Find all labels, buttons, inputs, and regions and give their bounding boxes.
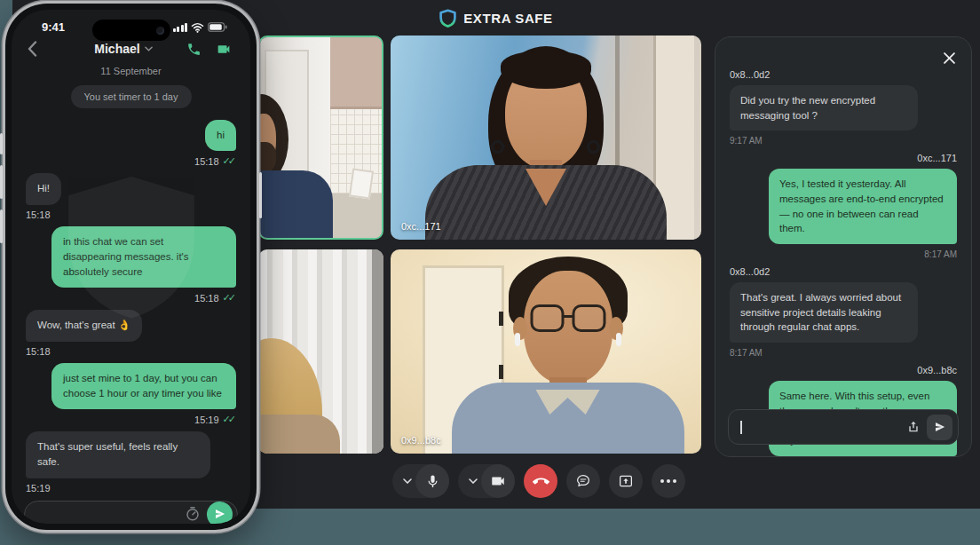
volume-up-button: [0, 165, 3, 199]
door-hinge: [499, 365, 503, 379]
chat-message: 0x8...0d2 Did you try the new encrypted …: [730, 69, 957, 146]
dynamic-island: [92, 20, 170, 41]
shield-logo-icon: [439, 9, 456, 28]
picture-frame: [349, 168, 374, 199]
sender-address: 0xc...171: [917, 153, 957, 163]
chat-message: hi 15:18✓✓: [26, 120, 236, 167]
phone-message-input[interactable]: [24, 501, 238, 525]
contact-title[interactable]: Michael: [60, 42, 186, 56]
status-time: 9:41: [42, 20, 65, 34]
door-hinge: [499, 312, 503, 326]
video-tile-participant-0xc171[interactable]: 0xc...171: [391, 36, 701, 240]
send-message-button[interactable]: [207, 502, 233, 525]
chat-message: 0x8...0d2 That's great. I always worried…: [730, 266, 957, 358]
read-receipt-icon: ✓✓: [223, 414, 236, 425]
phone-mockup: 9:41: [5, 4, 257, 530]
camera-device-chevron-icon[interactable]: [465, 478, 481, 484]
message-time: 15:19: [26, 483, 51, 494]
close-panel-button[interactable]: [940, 49, 958, 67]
volume-down-button: [0, 209, 3, 243]
earring-left: [491, 140, 504, 154]
curtain-edge: [372, 249, 383, 454]
disappearing-timer-icon[interactable]: [184, 505, 202, 523]
video-call-icon[interactable]: [215, 42, 233, 57]
earbud-left: [515, 333, 520, 346]
message-time: 15:19: [194, 415, 219, 425]
mic-control[interactable]: [392, 464, 449, 498]
chat-message: 0xc...171 Yes, I tested it yesterday. Al…: [730, 153, 957, 259]
more-dots-icon: [660, 479, 676, 483]
message-time: 8:17 AM: [924, 249, 957, 259]
message-bubble: Did you try the new encrypted messaging …: [730, 85, 918, 130]
glasses-bridge: [564, 315, 573, 318]
message-bubble: hi: [205, 120, 236, 151]
mute-switch: [0, 133, 3, 154]
panel-message-input[interactable]: [728, 409, 959, 445]
video-tile-active-speaker[interactable]: [258, 36, 383, 240]
call-controls-bar: [392, 464, 685, 498]
message-time: 8:17 AM: [730, 348, 957, 358]
participant-address-label: 0x9...b8c: [401, 435, 441, 446]
video-tile-participant-0x9b8c[interactable]: 0x9...b8c: [391, 249, 701, 454]
sender-address: 0x8...0d2: [730, 266, 957, 277]
participant-beard: [258, 142, 276, 172]
end-call-button[interactable]: [524, 464, 557, 498]
message-time: 9:17 AM: [730, 136, 957, 146]
back-chevron-icon[interactable]: [28, 41, 37, 57]
chat-message: That's super useful, feels really safe. …: [26, 431, 236, 494]
camera-icon[interactable]: [481, 464, 515, 498]
more-options-button[interactable]: [652, 464, 685, 498]
earbud-right: [616, 333, 621, 346]
camera-control[interactable]: [458, 464, 515, 498]
brand-name: EXTRA SAFE: [463, 11, 552, 26]
phone-status-bar: 9:41: [12, 10, 250, 34]
cellular-signal-icon: [173, 23, 188, 32]
mic-icon[interactable]: [415, 464, 449, 498]
earring-right: [587, 140, 600, 154]
message-bubble: That's super useful, feels really safe.: [26, 431, 210, 478]
message-bubble: That's great. I always worried about sen…: [730, 282, 918, 343]
sender-address: 0x8...0d2: [730, 69, 957, 80]
power-button: [259, 172, 262, 218]
timer-system-message: You set timer to 1 day: [71, 85, 192, 108]
message-bubble: just set mine to 1 day, but you can choo…: [51, 363, 236, 410]
shield-watermark-icon: [56, 162, 207, 330]
contact-chevron-down-icon: [145, 46, 153, 51]
mic-device-chevron-icon[interactable]: [399, 478, 415, 484]
contact-name: Michael: [94, 42, 139, 56]
sender-address: 0x9...b8c: [917, 365, 957, 375]
date-separator: 11 September: [12, 66, 250, 76]
battery-icon: [208, 22, 227, 32]
chat-toggle-button[interactable]: [566, 464, 600, 498]
text-caret: [740, 421, 742, 434]
chat-message: just set mine to 1 day, but you can choo…: [26, 363, 236, 426]
voice-call-icon[interactable]: [186, 42, 202, 57]
read-receipt-icon: ✓✓: [223, 292, 236, 304]
share-screen-button[interactable]: [609, 464, 643, 498]
participant-glasses: [530, 304, 605, 332]
participant-hairline: [501, 51, 591, 89]
message-time: 15:18: [26, 346, 51, 357]
send-message-button[interactable]: [927, 415, 952, 440]
kitchen-cabinet: [330, 37, 382, 109]
participant-jacket: [258, 415, 340, 454]
message-bubble: Yes, I tested it yesterday. All messages…: [769, 169, 957, 244]
panel-message-list: 0x8...0d2 Did you try the new encrypted …: [730, 69, 957, 457]
video-tile-participant-curtains[interactable]: [258, 249, 383, 454]
upload-icon[interactable]: [906, 420, 921, 434]
message-time: 15:18: [26, 209, 51, 220]
participant-address-label: 0xc...171: [401, 221, 441, 232]
phone-screen: 9:41: [12, 10, 250, 524]
front-camera-lens: [156, 27, 164, 35]
read-receipt-icon: ✓✓: [223, 155, 236, 167]
kitchen-counter: [330, 194, 382, 238]
wifi-icon: [191, 22, 204, 33]
participant-suit-shoulder: [258, 170, 333, 240]
encrypted-chat-panel: 0x8...0d2 Did you try the new encrypted …: [715, 36, 972, 457]
desktop-background: EXTRA SAFE 0xc.: [0, 0, 980, 545]
